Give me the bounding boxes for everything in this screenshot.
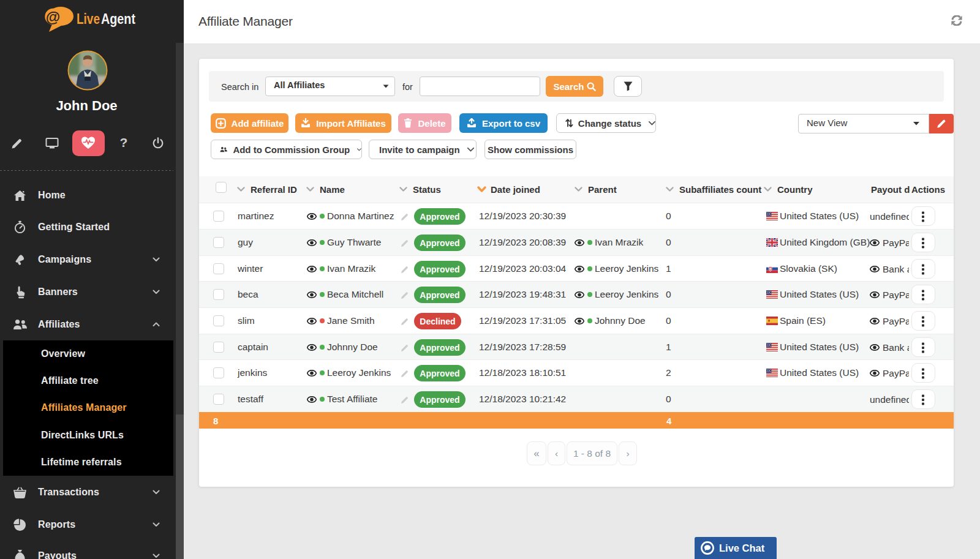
svg-text:Agent: Agent (101, 10, 135, 27)
svg-text:Live: Live (77, 10, 100, 27)
svg-text:@: @ (46, 9, 60, 25)
